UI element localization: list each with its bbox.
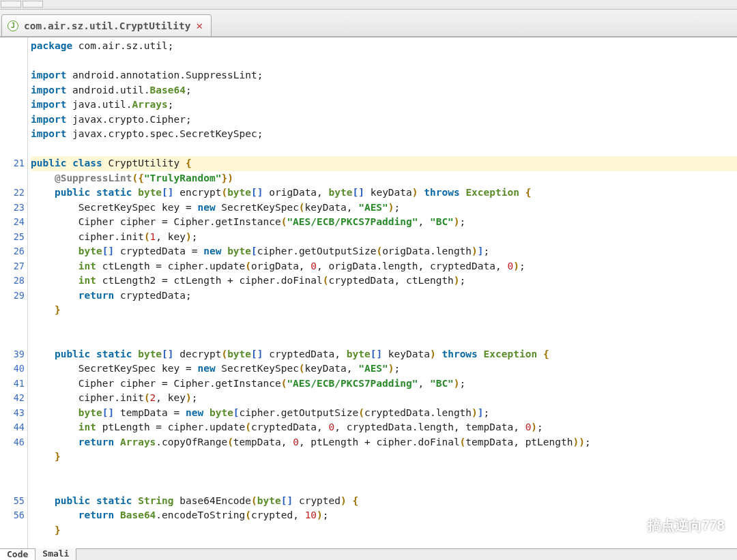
tab-smali[interactable]: Smali <box>35 548 76 560</box>
tab-code[interactable]: Code <box>0 548 35 560</box>
tab-title: com.air.sz.util.CryptUtility <box>24 20 190 31</box>
bottom-tabbar: Code Smali <box>0 548 737 560</box>
top-toolbar <box>0 0 737 10</box>
watermark-text: 搞点逆向778 <box>648 516 725 535</box>
editor-tabbar: J com.air.sz.util.CryptUtility ✕ <box>0 10 737 37</box>
code-editor[interactable]: 2122232425262728293940414243444655566465… <box>0 37 737 548</box>
toolbar-button[interactable] <box>23 1 43 8</box>
editor-tab-cryptutility[interactable]: J com.air.sz.util.CryptUtility ✕ <box>1 14 212 36</box>
code-area[interactable]: package com.air.sz.util; import android.… <box>28 38 737 548</box>
watermark: 搞点逆向778 <box>618 514 725 537</box>
java-class-icon: J <box>8 20 18 31</box>
wechat-icon <box>618 514 641 537</box>
line-gutter: 2122232425262728293940414243444655566465 <box>0 38 28 548</box>
close-icon[interactable]: ✕ <box>196 19 203 32</box>
toolbar-button[interactable] <box>1 1 21 8</box>
